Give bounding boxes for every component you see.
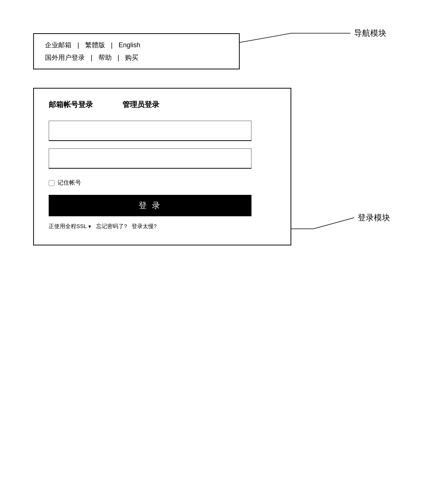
ssl-arrow-icon: ▼ bbox=[87, 224, 92, 229]
remember-row: 记住帐号 bbox=[49, 179, 276, 187]
username-group bbox=[49, 121, 276, 141]
tab-admin-login[interactable]: 管理员登录 bbox=[122, 100, 159, 110]
remember-checkbox[interactable] bbox=[49, 180, 55, 186]
password-input[interactable] bbox=[49, 148, 251, 169]
login-tabs: 邮箱帐号登录 管理员登录 bbox=[49, 100, 276, 110]
login-footer: 正使用全程SSL ▼ 忘记密码了? 登录太慢? bbox=[49, 223, 276, 230]
tab-email-login[interactable]: 邮箱帐号登录 bbox=[49, 100, 93, 110]
slow-login-link[interactable]: 登录太慢? bbox=[132, 223, 157, 230]
svg-line-3 bbox=[313, 218, 354, 229]
remember-label: 记住帐号 bbox=[58, 179, 81, 187]
login-module: 邮箱帐号登录 管理员登录 记住帐号 登 录 正使用全程SSL ▼ 忘记密码了? bbox=[33, 88, 291, 245]
login-annotation-label: 登录模块 bbox=[358, 212, 390, 223]
nav-sep-3: | bbox=[91, 54, 93, 62]
svg-line-0 bbox=[240, 33, 291, 42]
password-group bbox=[49, 148, 276, 169]
ssl-label: 正使用全程SSL bbox=[49, 223, 87, 230]
username-input[interactable] bbox=[49, 121, 251, 141]
ssl-dropdown[interactable]: 正使用全程SSL ▼ bbox=[49, 223, 92, 230]
nav-traditional[interactable]: 繁體版 bbox=[85, 41, 105, 49]
nav-corp-email[interactable]: 企业邮箱 bbox=[45, 41, 72, 49]
nav-module: 企业邮箱 | 繁體版 | English 国外用户登录 | 帮助 | 购买 bbox=[33, 33, 240, 69]
nav-row-1: 企业邮箱 | 繁體版 | English bbox=[45, 41, 228, 49]
nav-annotation-label: 导航模块 bbox=[354, 28, 386, 39]
nav-english[interactable]: English bbox=[118, 41, 140, 49]
nav-sep-4: | bbox=[118, 54, 119, 62]
login-button[interactable]: 登 录 bbox=[49, 195, 251, 216]
login-form: 记住帐号 登 录 正使用全程SSL ▼ 忘记密码了? 登录太慢? bbox=[49, 121, 276, 230]
nav-foreign-login[interactable]: 国外用户登录 bbox=[45, 53, 85, 62]
nav-purchase[interactable]: 购买 bbox=[125, 53, 138, 62]
nav-help[interactable]: 帮助 bbox=[98, 53, 112, 62]
nav-row-2: 国外用户登录 | 帮助 | 购买 bbox=[45, 53, 228, 62]
nav-sep-1: | bbox=[77, 41, 79, 49]
forgot-password-link[interactable]: 忘记密码了? bbox=[96, 223, 127, 230]
nav-sep-2: | bbox=[111, 41, 113, 49]
